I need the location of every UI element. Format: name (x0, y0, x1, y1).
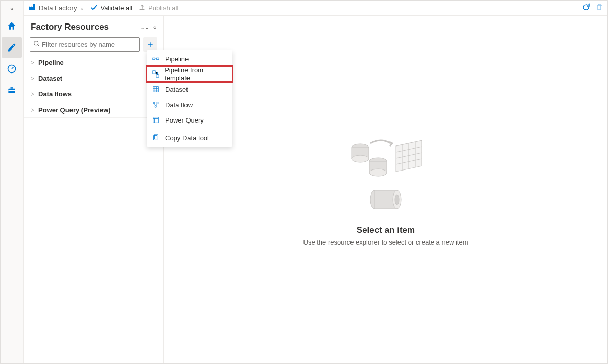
svg-point-4 (34, 41, 38, 45)
command-bar: Data Factory ⌄ Validate all Publish all (24, 1, 607, 16)
validate-all-label: Validate all (100, 4, 132, 12)
resource-panel-title: Factory Resources (31, 22, 140, 32)
resource-panel: Factory Resources ⌄⌄ « ＋ (24, 16, 164, 363)
home-icon (7, 21, 17, 31)
svg-point-21 (395, 195, 399, 205)
trash-icon (595, 3, 603, 11)
brand-dropdown[interactable]: Data Factory ⌄ (28, 3, 84, 13)
caret-icon: ▷ (31, 91, 34, 96)
svg-rect-23 (157, 58, 159, 60)
svg-rect-26 (153, 87, 159, 92)
refresh-icon (582, 3, 590, 11)
svg-rect-25 (156, 75, 158, 77)
canvas-subtitle: Use the resource explorer to select or c… (303, 238, 469, 246)
powerquery-icon (152, 116, 160, 124)
flyout-item-pipeline[interactable]: Pipeline (147, 51, 232, 66)
flyout-item-copydata[interactable]: Copy Data tool (147, 130, 232, 145)
template-icon (152, 70, 159, 78)
svg-rect-24 (152, 71, 155, 74)
nav-monitor[interactable] (2, 59, 22, 79)
caret-icon: ▷ (31, 60, 34, 65)
resource-search-input[interactable] (42, 41, 136, 48)
svg-rect-22 (153, 58, 155, 60)
dataset-icon (152, 86, 160, 93)
checkmark-icon (90, 4, 98, 12)
publish-icon (138, 4, 146, 12)
svg-point-27 (153, 102, 155, 104)
gauge-icon (7, 64, 17, 74)
svg-rect-3 (8, 90, 15, 91)
nav-rail: » (1, 1, 24, 363)
chevron-down-icon: ⌄ (80, 5, 84, 11)
svg-point-29 (155, 106, 157, 108)
tree-item-powerquery[interactable]: ▷ Power Query (Preview) (24, 102, 163, 118)
nav-manage[interactable] (2, 80, 22, 101)
tree-item-dataset[interactable]: ▷ Dataset (24, 70, 163, 86)
flyout-item-pipeline-from-template[interactable]: Pipeline from template (147, 66, 232, 82)
publish-all-button: Publish all (138, 4, 178, 12)
flyout-separator (147, 129, 232, 129)
flyout-item-dataflow[interactable]: Data flow (147, 97, 232, 112)
add-resource-button[interactable]: ＋ (143, 37, 157, 52)
tree-item-dataflows[interactable]: ▷ Data flows (24, 86, 163, 102)
expand-all-icon[interactable]: ⌄⌄ (140, 24, 149, 31)
resource-search[interactable] (30, 37, 140, 52)
factory-icon (28, 3, 36, 13)
collapse-panel-icon[interactable]: « (153, 24, 156, 31)
svg-rect-30 (153, 117, 159, 123)
svg-point-7 (352, 155, 369, 162)
add-resource-flyout: Pipeline Pipeline from template Dataset … (147, 50, 232, 147)
publish-all-label: Publish all (148, 4, 178, 12)
search-icon (33, 40, 40, 48)
caret-icon: ▷ (31, 107, 34, 112)
pipeline-icon (152, 55, 160, 62)
svg-point-10 (369, 169, 387, 176)
tree-item-pipeline[interactable]: ▷ Pipeline (24, 55, 163, 70)
flyout-item-dataset[interactable]: Dataset (147, 82, 232, 97)
brand-label: Data Factory (39, 4, 77, 12)
svg-point-28 (157, 102, 159, 104)
pencil-icon (7, 42, 17, 53)
canvas-title: Select an item (357, 225, 415, 235)
discard-button[interactable] (595, 3, 603, 13)
flyout-item-powerquery[interactable]: Power Query (147, 112, 232, 128)
toolbox-icon (7, 85, 17, 95)
caret-icon: ▷ (31, 76, 34, 81)
copy-icon (152, 134, 160, 141)
plus-icon: ＋ (146, 38, 155, 51)
svg-rect-2 (11, 87, 13, 89)
validate-all-button[interactable]: Validate all (90, 4, 132, 12)
nav-home[interactable] (2, 16, 22, 36)
nav-author[interactable] (2, 37, 22, 58)
dataflow-icon (152, 101, 160, 108)
empty-illustration (342, 133, 429, 215)
resource-tree: ▷ Pipeline ▷ Dataset ▷ Data flows ▷ Powe… (24, 55, 163, 118)
expand-nav-icon[interactable]: » (1, 3, 23, 15)
refresh-button[interactable] (582, 3, 590, 13)
